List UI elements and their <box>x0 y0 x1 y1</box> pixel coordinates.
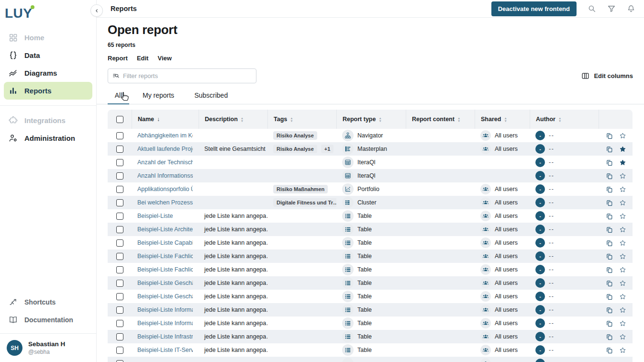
favorite-star-icon[interactable] <box>619 253 626 260</box>
luy-logo[interactable]: LUY <box>0 0 96 23</box>
copy-report-icon[interactable] <box>606 293 613 300</box>
deactivate-new-frontend-button[interactable]: Deactivate new frontend <box>491 1 577 16</box>
copy-report-icon[interactable] <box>606 306 613 314</box>
menu-report[interactable]: Report <box>108 55 128 62</box>
column-header-tags[interactable]: Tags▲▼ <box>267 110 336 129</box>
filter-icon[interactable] <box>607 4 616 13</box>
favorite-star-icon[interactable] <box>619 132 626 139</box>
row-checkbox[interactable] <box>116 239 123 247</box>
copy-report-icon[interactable] <box>606 132 613 139</box>
column-header-description[interactable]: Description▲▼ <box>199 110 267 129</box>
sidebar-item-reports[interactable]: Reports <box>4 82 92 100</box>
copy-report-icon[interactable] <box>606 159 613 166</box>
row-checkbox[interactable] <box>116 293 123 300</box>
favorite-star-icon[interactable] <box>619 333 626 340</box>
favorite-star-icon[interactable] <box>619 146 626 153</box>
table-row[interactable]: Beispiel-Liste Architekt… jede Liste kan… <box>108 223 633 236</box>
table-row[interactable]: Beispiel-Liste Geschäft… jede Liste kann… <box>108 276 633 290</box>
sidebar-collapse-button[interactable] <box>90 4 103 17</box>
copy-report-icon[interactable] <box>606 146 613 153</box>
report-name-link[interactable]: Anzahl der Technische… <box>137 159 193 166</box>
table-row[interactable]: Abhängigkeiten im Kon… Risiko Analyse Na… <box>108 129 633 142</box>
row-checkbox[interactable] <box>116 347 123 354</box>
copy-report-icon[interactable] <box>606 172 613 180</box>
favorite-star-icon[interactable] <box>619 239 626 247</box>
copy-report-icon[interactable] <box>606 280 613 287</box>
copy-report-icon[interactable] <box>606 239 613 247</box>
copy-report-icon[interactable] <box>606 186 613 193</box>
report-name-link[interactable]: Beispiel-Liste Fachlich… <box>137 266 193 273</box>
sidebar-item-integrations[interactable]: Integrations <box>4 112 92 129</box>
report-name-link[interactable]: Beispiel-Liste Informati… <box>137 320 193 327</box>
favorite-star-icon[interactable] <box>619 199 626 206</box>
report-name-link[interactable]: Beispiel-Liste Capability <box>137 239 193 246</box>
favorite-star-icon[interactable] <box>619 293 626 300</box>
favorite-star-icon[interactable] <box>619 186 626 193</box>
table-row[interactable]: Beispiel-Liste Informati… jede Liste kan… <box>108 317 633 330</box>
table-row[interactable] <box>108 357 633 362</box>
row-checkbox[interactable] <box>116 172 123 180</box>
column-header-report-type[interactable]: Report type▲▼ <box>336 110 406 129</box>
table-row[interactable]: Anzahl Informationssy… IteraQl - -- <box>108 169 633 182</box>
table-row[interactable]: Beispiel-Liste Fachlich… jede Liste kann… <box>108 263 633 276</box>
report-name-link[interactable]: Beispiel-Liste Geschäft… <box>137 280 193 286</box>
copy-report-icon[interactable] <box>606 253 613 260</box>
column-header-author[interactable]: Author▲▼ <box>530 110 599 129</box>
filter-reports-input[interactable] <box>123 72 252 79</box>
tab-subscribed[interactable]: Subscribed <box>188 88 234 104</box>
report-name-link[interactable]: Applikationsporfolio Ü… <box>137 186 193 192</box>
sidebar-item-documentation[interactable]: Documentation <box>4 311 92 328</box>
table-row[interactable]: Beispiel-Liste jede Liste kann angepa… T… <box>108 209 633 223</box>
favorite-star-icon[interactable] <box>619 280 626 287</box>
favorite-star-icon[interactable] <box>619 266 626 273</box>
row-checkbox[interactable] <box>116 320 123 327</box>
row-checkbox[interactable] <box>116 159 123 166</box>
copy-report-icon[interactable] <box>606 333 613 340</box>
report-name-link[interactable]: Beispiel-Liste Infrastru… <box>137 333 193 340</box>
row-checkbox[interactable] <box>116 226 123 233</box>
copy-report-icon[interactable] <box>606 226 613 233</box>
table-row[interactable]: Beispiel-Liste Capability jede Liste kan… <box>108 236 633 249</box>
report-name-link[interactable]: Beispiel-Liste Architekt… <box>137 226 193 233</box>
row-checkbox[interactable] <box>116 132 123 139</box>
row-checkbox[interactable] <box>116 306 123 314</box>
table-row[interactable]: Applikationsporfolio Ü… Risiko Maßnahmen… <box>108 182 633 196</box>
bell-icon[interactable] <box>627 4 635 13</box>
report-name-link[interactable]: Beispiel-Liste IT-Servic… <box>137 347 193 353</box>
sidebar-item-diagrams[interactable]: Diagrams <box>4 64 92 82</box>
row-checkbox[interactable] <box>116 266 123 273</box>
row-checkbox[interactable] <box>116 280 123 287</box>
copy-report-icon[interactable] <box>606 199 613 206</box>
edit-columns-button[interactable]: Edit columns <box>581 72 633 80</box>
table-row[interactable]: Beispiel-Liste Geschäft… jede Liste kann… <box>108 290 633 303</box>
table-row[interactable]: Beispiel-Liste Informati… jede Liste kan… <box>108 303 633 317</box>
row-checkbox[interactable] <box>116 146 123 153</box>
column-header-name[interactable]: Name↓ <box>132 110 199 129</box>
report-name-link[interactable]: Beispiel-Liste <box>137 213 173 219</box>
copy-report-icon[interactable] <box>606 347 613 354</box>
row-checkbox[interactable] <box>116 199 123 206</box>
row-checkbox[interactable] <box>116 360 123 362</box>
sidebar-item-shortcuts[interactable]: Shortcuts <box>4 293 92 311</box>
report-name-link[interactable]: Beispiel-Liste Informati… <box>137 306 193 313</box>
report-name-link[interactable]: Bei welchen Prozessen… <box>137 199 193 206</box>
menu-view[interactable]: View <box>157 55 171 62</box>
table-row[interactable]: Bei welchen Prozessen… Digitale Fitness … <box>108 196 633 209</box>
report-name-link[interactable]: Aktuell laufende Projek… <box>137 146 193 152</box>
table-row[interactable]: Beispiel-Liste Fachlich… jede Liste kann… <box>108 249 633 263</box>
copy-report-icon[interactable] <box>606 320 613 327</box>
sidebar-item-administration[interactable]: Administration <box>4 129 92 147</box>
favorite-star-icon[interactable] <box>619 320 626 327</box>
row-checkbox[interactable] <box>116 213 123 220</box>
favorite-star-icon[interactable] <box>619 347 626 354</box>
table-row[interactable]: Aktuell laufende Projek… Stellt eine Ges… <box>108 142 633 156</box>
report-name-link[interactable]: Anzahl Informationssy… <box>137 172 193 179</box>
favorite-star-icon[interactable] <box>619 306 626 314</box>
report-name-link[interactable]: Beispiel-Liste Fachlich… <box>137 253 193 260</box>
tab-my-reports[interactable]: My reports <box>136 88 181 104</box>
favorite-star-icon[interactable] <box>619 172 626 180</box>
column-header-report-content[interactable]: Report content▲▼ <box>406 110 475 129</box>
favorite-star-icon[interactable] <box>619 226 626 233</box>
tag-more-badge[interactable]: +1 <box>321 145 334 153</box>
menu-edit[interactable]: Edit <box>137 55 149 62</box>
